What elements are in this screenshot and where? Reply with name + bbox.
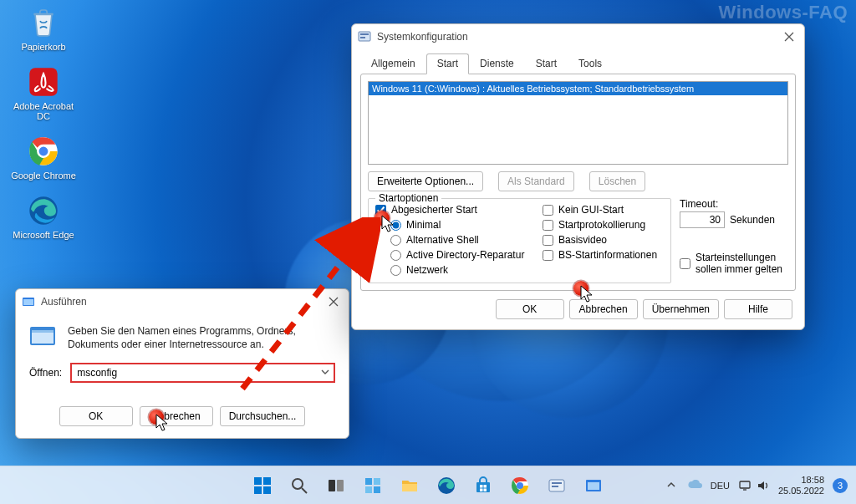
- desktop-icon-label: Adobe Acrobat DC: [8, 101, 79, 122]
- sysconfig-cancel-button[interactable]: Abbrechen: [569, 299, 638, 319]
- svg-rect-36: [552, 486, 558, 487]
- svg-rect-15: [263, 477, 271, 485]
- annotation-marker-icon: [149, 410, 164, 425]
- basevideo-label: Basisvideo: [558, 234, 607, 246]
- tab-tools[interactable]: Tools: [568, 53, 613, 74]
- nogui-checkbox-row[interactable]: Kein GUI-Start: [543, 204, 664, 216]
- tray-network-volume[interactable]: [738, 480, 770, 491]
- sysconfig-ok-button[interactable]: OK: [496, 299, 564, 319]
- bootlog-checkbox-row[interactable]: Startprotokollierung: [543, 219, 664, 231]
- safeboot-minimal-label: Minimal: [406, 219, 441, 231]
- osbootinfo-checkbox[interactable]: [543, 250, 553, 261]
- taskbar-edge-icon[interactable]: [430, 469, 463, 502]
- taskbar-app-icon[interactable]: [540, 469, 573, 502]
- run-titlebar[interactable]: Ausführen: [16, 289, 349, 314]
- sysconfig-title: Systemkonfiguration: [377, 31, 779, 43]
- run-dialog-window: Ausführen Geben Sie den Namen eines Prog…: [15, 288, 349, 439]
- onedrive-icon[interactable]: [687, 480, 702, 491]
- run-window-icon: [21, 294, 36, 309]
- safeboot-adrepair-radio-row[interactable]: Active Directory-Reparatur: [390, 249, 534, 261]
- nogui-label: Kein GUI-Start: [558, 204, 624, 216]
- sysconfig-titlebar[interactable]: Systemkonfiguration: [352, 24, 804, 49]
- taskbar-systray: DEU 18:58 25.05.2022 3: [664, 475, 856, 496]
- svg-point-33: [517, 482, 523, 489]
- svg-rect-23: [374, 478, 380, 485]
- safeboot-network-radio-row[interactable]: Netzwerk: [390, 264, 534, 276]
- svg-rect-10: [359, 32, 370, 41]
- taskbar-time: 18:58: [778, 475, 824, 486]
- bootlog-checkbox[interactable]: [543, 220, 553, 231]
- svg-rect-30: [480, 488, 483, 491]
- network-icon: [738, 480, 752, 491]
- taskbar-date: 25.05.2022: [778, 486, 824, 496]
- desktop-icon-recycle-bin[interactable]: Papierkorb: [8, 5, 79, 53]
- set-default-button: Als Standard: [498, 171, 574, 191]
- tab-start-boot[interactable]: Start: [426, 53, 469, 74]
- recycle-bin-icon: [26, 5, 61, 40]
- desktop-icon-label: Microsoft Edge: [8, 230, 79, 241]
- chevron-down-icon: [320, 367, 330, 379]
- taskbar-widgets-icon[interactable]: [356, 469, 390, 502]
- svg-rect-16: [254, 486, 262, 494]
- tab-dienste[interactable]: Dienste: [469, 53, 525, 74]
- desktop-icon-edge[interactable]: Microsoft Edge: [8, 193, 79, 241]
- bootlog-label: Startprotokollierung: [558, 219, 645, 231]
- persist-checkbox-row[interactable]: Starteinstellungen sollen immer gelten: [680, 252, 788, 275]
- run-ok-button[interactable]: OK: [59, 406, 133, 426]
- os-listbox[interactable]: Windows 11 (C:\Windows) : Aktuelles Betr…: [368, 81, 788, 165]
- taskbar-store-icon[interactable]: [466, 469, 500, 502]
- osbootinfo-checkbox-row[interactable]: BS-Startinformationen: [543, 249, 664, 261]
- svg-rect-38: [588, 482, 599, 490]
- taskbar-search-icon[interactable]: [283, 469, 316, 502]
- svg-rect-27: [476, 482, 490, 492]
- volume-icon: [757, 480, 770, 491]
- delete-button: Löschen: [589, 171, 645, 191]
- tray-overflow-icon[interactable]: [664, 477, 679, 494]
- svg-rect-28: [480, 485, 483, 488]
- acrobat-icon: [26, 64, 61, 99]
- chrome-icon: [26, 134, 61, 169]
- sysconfig-icon: [357, 29, 372, 44]
- run-open-value: msconfig: [77, 367, 117, 379]
- taskbar-explorer-icon[interactable]: [393, 469, 426, 502]
- safeboot-altshell-radio-row[interactable]: Alternative Shell: [390, 234, 534, 246]
- close-icon[interactable]: [324, 292, 344, 312]
- tab-start-autostart[interactable]: Start: [525, 53, 568, 74]
- notification-badge[interactable]: 3: [833, 478, 848, 493]
- taskbar-run-icon[interactable]: [577, 469, 610, 502]
- timeout-unit: Sekunden: [730, 214, 775, 226]
- taskbar-clock[interactable]: 18:58 25.05.2022: [778, 475, 824, 496]
- safeboot-adrepair-radio[interactable]: [390, 250, 401, 261]
- sysconfig-help-button[interactable]: Hilfe: [724, 299, 792, 319]
- basevideo-checkbox-row[interactable]: Basisvideo: [543, 234, 664, 246]
- language-indicator[interactable]: DEU: [711, 481, 730, 491]
- persist-checkbox[interactable]: [680, 258, 690, 269]
- desktop-icon-acrobat[interactable]: Adobe Acrobat DC: [8, 64, 79, 122]
- run-open-combobox[interactable]: msconfig: [70, 363, 335, 383]
- safeboot-label: Abgesicherter Start: [391, 204, 477, 216]
- run-open-label: Öffnen:: [29, 367, 62, 379]
- svg-rect-17: [263, 486, 271, 494]
- sysconfig-apply-button[interactable]: Übernehmen: [643, 299, 719, 319]
- start-button[interactable]: [246, 469, 279, 502]
- nogui-checkbox[interactable]: [543, 205, 553, 216]
- svg-rect-14: [254, 477, 262, 485]
- advanced-options-button[interactable]: Erweiterte Optionen...: [368, 171, 483, 191]
- os-entry-selected[interactable]: Windows 11 (C:\Windows) : Aktuelles Betr…: [369, 82, 787, 95]
- svg-rect-11: [360, 33, 369, 35]
- safeboot-network-radio[interactable]: [390, 265, 401, 276]
- safeboot-altshell-radio[interactable]: [390, 235, 401, 246]
- svg-rect-12: [360, 37, 365, 38]
- taskbar-chrome-icon[interactable]: [503, 469, 537, 502]
- basevideo-checkbox[interactable]: [543, 235, 553, 246]
- run-browse-button[interactable]: Durchsuchen...: [220, 406, 306, 426]
- safeboot-minimal-radio[interactable]: [390, 220, 401, 231]
- taskbar-taskview-icon[interactable]: [319, 469, 353, 502]
- tab-allgemein[interactable]: Allgemein: [360, 53, 426, 74]
- svg-rect-31: [484, 488, 487, 491]
- close-icon[interactable]: [779, 27, 799, 47]
- desktop-icon-chrome[interactable]: Google Chrome: [8, 134, 79, 181]
- timeout-input[interactable]: [680, 211, 725, 228]
- safeboot-minimal-radio-row[interactable]: Minimal: [390, 219, 534, 231]
- safeboot-checkbox-row[interactable]: Abgesicherter Start: [375, 204, 534, 216]
